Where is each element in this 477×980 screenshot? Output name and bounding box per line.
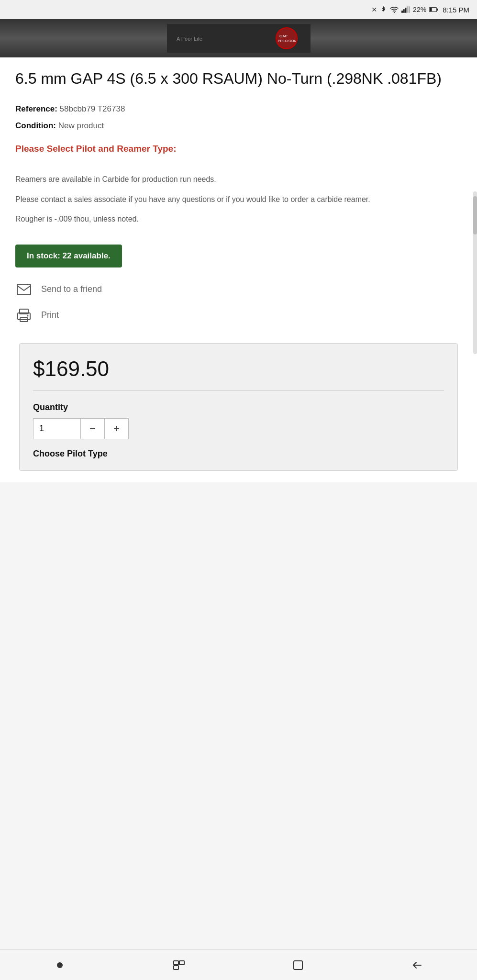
purchase-details: Quantity − + Choose Pilot Type <box>20 391 457 470</box>
in-stock-badge[interactable]: In stock: 22 available. <box>15 245 122 267</box>
svg-rect-8 <box>430 8 432 11</box>
bluetooth-icon: ⨯ <box>371 5 377 14</box>
select-pilot-label: Please Select Pilot and Reamer Type: <box>15 144 462 154</box>
svg-rect-14 <box>17 284 31 295</box>
svg-point-0 <box>394 12 395 13</box>
svg-rect-7 <box>437 9 438 11</box>
condition-value: New product <box>58 121 104 130</box>
svg-point-11 <box>276 28 297 49</box>
svg-rect-21 <box>179 961 184 965</box>
svg-rect-22 <box>174 966 178 969</box>
price-section: $169.50 <box>20 344 457 390</box>
home-dot-icon <box>56 961 64 969</box>
overview-icon <box>293 960 303 970</box>
bluetooth-icon <box>380 6 387 13</box>
time-display: 8:15 PM <box>443 6 469 14</box>
scrollbar-thumb[interactable] <box>473 196 477 234</box>
recent-apps-icon <box>173 960 185 970</box>
mail-icon <box>15 281 33 298</box>
product-condition: Condition: New product <box>15 119 462 132</box>
svg-rect-5 <box>409 6 410 13</box>
reference-value: 58bcbb79 T26738 <box>60 104 125 113</box>
plus-icon: + <box>113 423 120 435</box>
svg-point-19 <box>57 962 63 968</box>
nav-home-button[interactable] <box>45 951 74 980</box>
nav-recent-button[interactable] <box>165 951 193 980</box>
nav-overview-button[interactable] <box>284 951 312 980</box>
nav-spacer <box>0 482 477 513</box>
signal-icon <box>401 6 410 13</box>
quantity-decrease-button[interactable]: − <box>81 418 105 439</box>
nav-back-button[interactable] <box>403 951 432 980</box>
condition-label: Condition: <box>15 121 56 130</box>
product-detail-page: 6.5 mm GAP 4S (6.5 x 300 RSAUM) No-Turn … <box>0 57 477 482</box>
status-icons: ⨯ 22% 8:15 PM <box>371 5 469 14</box>
purchase-box: $169.50 Quantity − + Choose Pilot Type <box>19 343 458 471</box>
product-title: 6.5 mm GAP 4S (6.5 x 300 RSAUM) No-Turn … <box>15 69 462 89</box>
product-desc-1: Reamers are available in Carbide for pro… <box>15 173 462 186</box>
svg-point-18 <box>27 315 29 316</box>
print-icon <box>15 307 33 324</box>
product-desc-2: Please contact a sales associate if you … <box>15 193 462 206</box>
svg-rect-23 <box>294 961 302 969</box>
quantity-control: − + <box>33 418 444 439</box>
quantity-input[interactable] <box>33 418 81 439</box>
svg-rect-4 <box>407 6 408 13</box>
battery-icon <box>429 7 438 12</box>
scrollbar[interactable] <box>473 191 477 354</box>
send-to-friend-label: Send to a friend <box>41 284 102 294</box>
product-desc-3: Rougher is -.009 thou, unless noted. <box>15 213 462 225</box>
svg-rect-1 <box>401 11 403 13</box>
product-image: A Poor Life GAP PRECISION <box>0 19 477 57</box>
minus-icon: − <box>89 423 96 435</box>
product-reference: Reference: 58bcbb79 T26738 <box>15 102 462 115</box>
choose-pilot-label: Choose Pilot Type <box>33 449 444 459</box>
svg-rect-2 <box>403 9 405 13</box>
svg-text:PRECISION: PRECISION <box>278 39 297 43</box>
print-link[interactable]: Print <box>15 307 462 324</box>
product-image-placeholder: A Poor Life GAP PRECISION <box>0 19 477 57</box>
svg-rect-3 <box>405 8 407 13</box>
svg-text:GAP: GAP <box>279 34 288 38</box>
reference-label: Reference: <box>15 104 57 113</box>
print-label: Print <box>41 310 59 320</box>
quantity-increase-button[interactable]: + <box>105 418 129 439</box>
status-bar: ⨯ 22% 8:15 PM <box>0 0 477 19</box>
quantity-label: Quantity <box>33 402 444 412</box>
svg-rect-20 <box>174 961 178 965</box>
send-to-friend-link[interactable]: Send to a friend <box>15 281 462 298</box>
bottom-nav <box>0 949 477 980</box>
svg-text:A Poor Life: A Poor Life <box>177 36 202 42</box>
battery-text: 22% <box>413 6 426 13</box>
action-links: Send to a friend Print <box>15 281 462 324</box>
wifi-icon <box>390 6 399 13</box>
back-arrow-icon <box>411 960 423 970</box>
product-price: $169.50 <box>33 357 444 381</box>
